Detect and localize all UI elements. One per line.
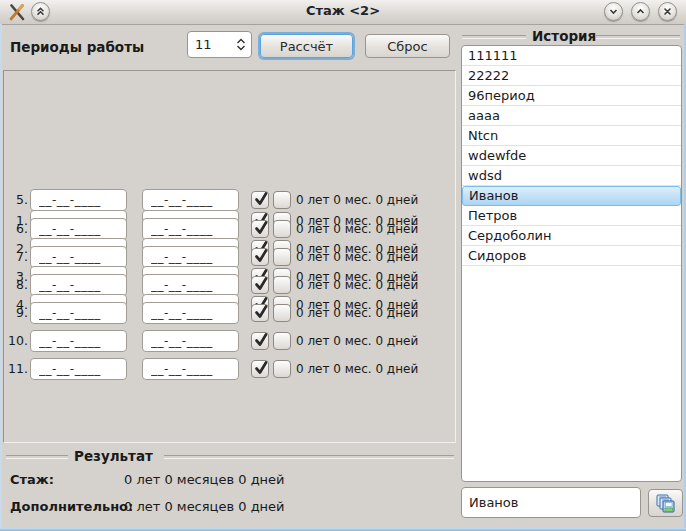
date-end-input[interactable]	[142, 274, 239, 296]
extra-checkbox[interactable]	[273, 276, 291, 294]
period-row: 9. 0 лет 0 мес. 0 дней	[0, 302, 456, 324]
date-start-input[interactable]	[30, 302, 127, 324]
period-duration: 0 лет 0 мес. 0 дней	[296, 330, 418, 352]
date-start-input[interactable]	[30, 189, 127, 211]
checkmark-icon	[253, 331, 269, 349]
date-start-input[interactable]	[30, 246, 127, 268]
checkmark-icon	[253, 359, 269, 377]
period-duration: 0 лет 0 мес. 0 дней	[296, 189, 418, 211]
groupbox-line	[164, 455, 454, 459]
period-row: 5. 0 лет 0 мес. 0 дней	[0, 189, 456, 211]
minimize-button[interactable]	[604, 2, 623, 21]
extra-checkbox[interactable]	[273, 220, 291, 238]
checkmark-icon	[253, 275, 269, 293]
history-list[interactable]: 1111112222296периодaaaaNtcnwdewfdewdsdИв…	[461, 45, 682, 482]
extra-checkbox[interactable]	[273, 248, 291, 266]
result-stazh-value: 0 лет 0 месяцев 0 дней	[124, 472, 285, 487]
include-checkbox[interactable]	[251, 332, 269, 350]
save-button[interactable]	[648, 489, 683, 517]
history-item[interactable]: 22222	[462, 66, 681, 86]
period-row: 10. 0 лет 0 мес. 0 дней	[0, 330, 456, 352]
extra-checkbox[interactable]	[273, 191, 291, 209]
result-additional-label: Дополнительно:	[10, 499, 133, 514]
history-item[interactable]: Петров	[462, 206, 681, 226]
period-duration: 0 лет 0 мес. 0 дней	[296, 302, 418, 324]
chevron-up-icon	[635, 6, 646, 17]
groupbox-line	[6, 455, 68, 459]
include-checkbox[interactable]	[251, 360, 269, 378]
include-checkbox[interactable]	[251, 191, 269, 209]
date-end-input[interactable]	[142, 358, 239, 380]
chevron-down-icon	[608, 6, 619, 17]
history-item[interactable]: Сидоров	[462, 246, 681, 266]
extra-checkbox[interactable]	[273, 360, 291, 378]
period-row: 11. 0 лет 0 мес. 0 дней	[0, 358, 456, 380]
maximize-button[interactable]	[631, 2, 650, 21]
period-row: 8. 0 лет 0 мес. 0 дней	[0, 274, 456, 296]
history-item[interactable]: Иванов	[462, 186, 681, 206]
date-start-input[interactable]	[30, 218, 127, 240]
checkmark-icon	[253, 190, 269, 208]
history-item[interactable]: wdewfde	[462, 146, 681, 166]
groupbox-line	[462, 35, 526, 39]
period-rows: 5. 0 лет 0 мес. 0 дней 1. 0 лет 0 мес. 0…	[0, 0, 456, 443]
result-stazh-label: Стаж:	[10, 472, 54, 487]
extra-checkbox[interactable]	[273, 332, 291, 350]
period-row-number: 8.	[2, 274, 28, 296]
date-start-input[interactable]	[30, 274, 127, 296]
period-duration: 0 лет 0 мес. 0 дней	[296, 358, 418, 380]
period-row-number: 10.	[2, 330, 28, 352]
history-item[interactable]: Сердоболин	[462, 226, 681, 246]
include-checkbox[interactable]	[251, 304, 269, 322]
date-end-input[interactable]	[142, 302, 239, 324]
close-icon	[662, 6, 673, 17]
period-duration: 0 лет 0 мес. 0 дней	[296, 274, 418, 296]
period-row-number: 6.	[2, 218, 28, 240]
history-item[interactable]: wdsd	[462, 166, 681, 186]
period-row-number: 11.	[2, 358, 28, 380]
history-item[interactable]: aaaa	[462, 106, 681, 126]
date-start-input[interactable]	[30, 358, 127, 380]
result-additional-value: 0 лет 0 месяцев 0 дней	[124, 499, 285, 514]
checkmark-icon	[253, 303, 269, 321]
save-stack-icon	[655, 493, 676, 514]
history-item[interactable]: 96период	[462, 86, 681, 106]
result-title: Результат	[74, 448, 153, 464]
history-name-input[interactable]	[461, 487, 641, 518]
include-checkbox[interactable]	[251, 220, 269, 238]
extra-checkbox[interactable]	[273, 304, 291, 322]
period-row: 7. 0 лет 0 мес. 0 дней	[0, 246, 456, 268]
history-title: История	[532, 28, 596, 44]
period-row: 6. 0 лет 0 мес. 0 дней	[0, 218, 456, 240]
history-item[interactable]: Ntcn	[462, 126, 681, 146]
groupbox-line	[596, 35, 680, 39]
period-duration: 0 лет 0 мес. 0 дней	[296, 218, 418, 240]
period-duration: 0 лет 0 мес. 0 дней	[296, 246, 418, 268]
date-end-input[interactable]	[142, 246, 239, 268]
period-row-number: 9.	[2, 302, 28, 324]
period-row-number: 5.	[2, 189, 28, 211]
history-item[interactable]: 111111	[462, 46, 681, 66]
checkmark-icon	[253, 219, 269, 237]
include-checkbox[interactable]	[251, 276, 269, 294]
date-end-input[interactable]	[142, 189, 239, 211]
close-button[interactable]	[658, 2, 677, 21]
date-start-input[interactable]	[30, 330, 127, 352]
include-checkbox[interactable]	[251, 248, 269, 266]
period-row-number: 7.	[2, 246, 28, 268]
date-end-input[interactable]	[142, 330, 239, 352]
checkmark-icon	[253, 247, 269, 265]
date-end-input[interactable]	[142, 218, 239, 240]
